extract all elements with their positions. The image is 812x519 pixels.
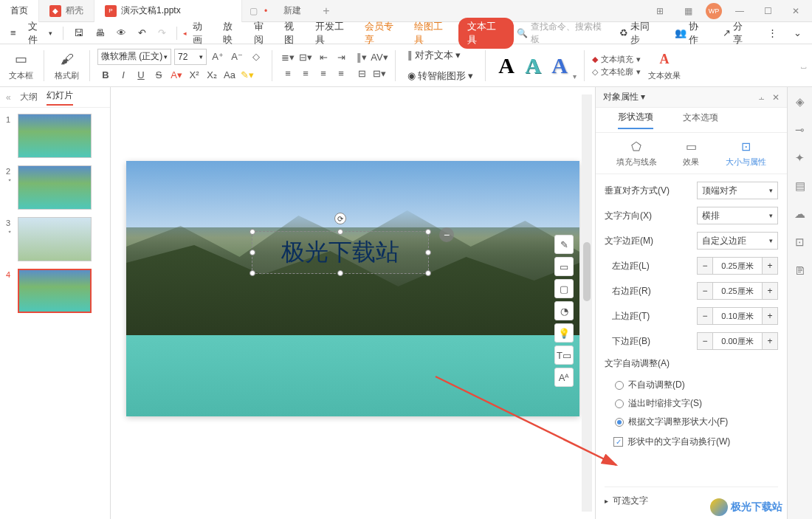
vscroll[interactable] [582,94,592,512]
resize-handle[interactable] [250,229,255,235]
decrease-button[interactable]: − [697,282,713,300]
hamburger-icon[interactable]: ≡ [6,24,21,41]
rotate-handle[interactable]: ⟳ [334,213,346,224]
highlight-icon[interactable]: ✎▾ [239,68,255,83]
share-button[interactable]: ↗ 分享 [718,17,756,49]
menu-member[interactable]: 会员专享 [360,17,407,49]
distribute-h-icon[interactable]: ⊟ [354,66,370,81]
float-text-icon[interactable]: T▭ [554,346,574,365]
decrease-font-icon[interactable]: A⁻ [229,49,245,64]
menu-view[interactable]: 视图 [280,17,307,49]
side-cloud-icon[interactable]: ☁ [793,207,808,221]
canvas-area[interactable]: ⟳ 极光下载站 − ✎ ▭ ▢ ◔ 💡 T▭ Aᴬ [111,87,595,519]
increase-button[interactable]: + [762,307,778,325]
margin-select[interactable]: 自定义边距▾ [697,232,778,250]
char-spacing-icon[interactable]: AV▾ [371,50,388,65]
slides-tab[interactable]: 幻灯片 [47,89,73,106]
bullets-icon[interactable]: ≣▾ [280,50,296,65]
decrease-button[interactable]: − [697,257,713,275]
wordart-more-icon[interactable]: ▾ [573,72,577,80]
text-options-tab[interactable]: 文本选项 [683,111,718,128]
float-idea-icon[interactable]: 💡 [554,323,574,343]
print-icon[interactable]: 🖶 [91,24,109,41]
side-doc-icon[interactable]: 🖹 [793,263,808,278]
distribute-v-icon[interactable]: ⊟▾ [371,66,388,81]
float-fill-icon[interactable]: ▭ [554,257,574,276]
left-margin-spinner[interactable]: − 0.25厘米 + [697,257,778,275]
slide-canvas[interactable]: ⟳ 极光下载站 − ✎ ▭ ▢ ◔ 💡 T▭ Aᴬ [126,161,579,416]
increase-button[interactable]: + [762,282,778,300]
bottom-margin-spinner[interactable]: − 0.00厘米 + [697,332,778,350]
fill-line-tab[interactable]: ⬠ 填充与线条 [616,139,657,168]
slide-thumb-1[interactable]: 1 [6,114,104,158]
side-settings-icon[interactable]: ⊸ [793,123,808,137]
tab-add-button[interactable]: + [312,4,341,18]
autofit-none-radio[interactable]: 不自动调整(D) [605,376,778,394]
italic-icon[interactable]: I [115,68,131,83]
float-font-icon[interactable]: Aᴬ [554,368,574,387]
top-margin-spinner[interactable]: − 0.10厘米 + [697,307,778,325]
text-fill-button[interactable]: ◆文本填充 ▾ [592,54,641,65]
change-case-icon[interactable]: Aa [221,68,238,83]
indent-right-icon[interactable]: ⇥ [333,50,349,65]
preview-icon[interactable]: 👁 [112,24,131,41]
pin-icon[interactable]: ⫠ [757,92,766,103]
superscript-icon[interactable]: X² [186,68,202,83]
float-crop-icon[interactable]: ▢ [554,279,574,298]
align-left-icon[interactable]: ≡ [280,66,296,81]
underline-icon[interactable]: U [133,68,149,83]
increase-button[interactable]: + [762,332,778,350]
align-center-icon[interactable]: ≡ [297,66,314,81]
effect-tab[interactable]: ▭ 效果 [683,139,699,168]
wordart-style-3[interactable]: A [546,51,573,80]
text-effects-button[interactable]: A 文本效果 [645,49,684,81]
slide-thumb-2[interactable]: 2⋆ [6,165,104,210]
side-diamond-icon[interactable]: ◈ [793,94,808,109]
resize-handle[interactable] [250,250,255,255]
resize-handle[interactable] [337,229,343,235]
menu-text-tools[interactable]: 文本工具 [458,18,514,49]
side-chip-icon[interactable]: ⊡ [793,235,808,250]
align-justify-icon[interactable]: ≡ [333,66,349,81]
line-spacing-icon[interactable]: ‖▾ [354,50,370,65]
text-outline-button[interactable]: ◇文本轮廓 ▾ [592,66,641,78]
zoom-out-icon[interactable]: − [439,227,454,242]
search-box[interactable]: 🔍 查找命令、搜索模板 [517,21,608,46]
slide-thumb-3[interactable]: 3⋆ [6,217,104,261]
menu-slideshow[interactable]: 放映 [219,17,246,49]
save-icon[interactable]: 🖫 [69,24,88,41]
subscript-icon[interactable]: X₂ [204,68,220,83]
indent-left-icon[interactable]: ⇤ [315,50,331,65]
text-box[interactable]: ⟳ 极光下载站 [252,231,429,274]
autofit-resize-radio[interactable]: 根据文字调整形状大小(F) [605,413,778,431]
numbering-icon[interactable]: ⊟▾ [297,50,314,65]
panel-collapse-icon[interactable]: « [6,92,11,103]
resize-handle[interactable] [250,270,255,276]
float-effect-icon[interactable]: ◔ [554,301,574,320]
font-name-select[interactable]: 微软雅黑 (正文)▾ [97,49,171,65]
wordart-style-2[interactable]: A [520,51,546,80]
side-layers-icon[interactable]: ▤ [793,179,808,193]
more-icon[interactable]: ⋮ [763,24,782,41]
decrease-button[interactable]: − [697,307,713,325]
menu-animation[interactable]: 动画 [188,17,216,49]
resize-handle[interactable] [337,270,343,276]
menu-drawing-tools[interactable]: 绘图工具 [410,17,456,49]
text-content[interactable]: 极光下载站 [281,236,399,269]
right-margin-spinner[interactable]: − 0.25厘米 + [697,282,778,300]
font-color-icon[interactable]: A▾ [168,68,185,83]
toolbar-collapse-icon[interactable]: ⎵ [801,61,806,71]
expand-icon[interactable]: ⌄ [789,24,806,41]
bold-icon[interactable]: B [97,68,114,83]
slide-thumb-4[interactable]: 4 [6,269,104,313]
wrap-checkbox-row[interactable]: ✓ 形状中的文字自动换行(W) [605,431,778,451]
menu-review[interactable]: 审阅 [250,17,277,49]
resize-handle[interactable] [425,250,431,255]
font-size-select[interactable]: 72▾ [174,49,207,65]
smart-graphic-button[interactable]: ◉ 转智能图形 ▾ [403,66,478,86]
textdir-select[interactable]: 横排▾ [697,207,778,224]
menu-devtools[interactable]: 开发工具 [311,17,357,49]
size-properties-tab[interactable]: ⊡ 大小与属性 [726,139,766,168]
valign-select[interactable]: 顶端对齐▾ [697,182,778,199]
decrease-button[interactable]: − [697,332,713,350]
